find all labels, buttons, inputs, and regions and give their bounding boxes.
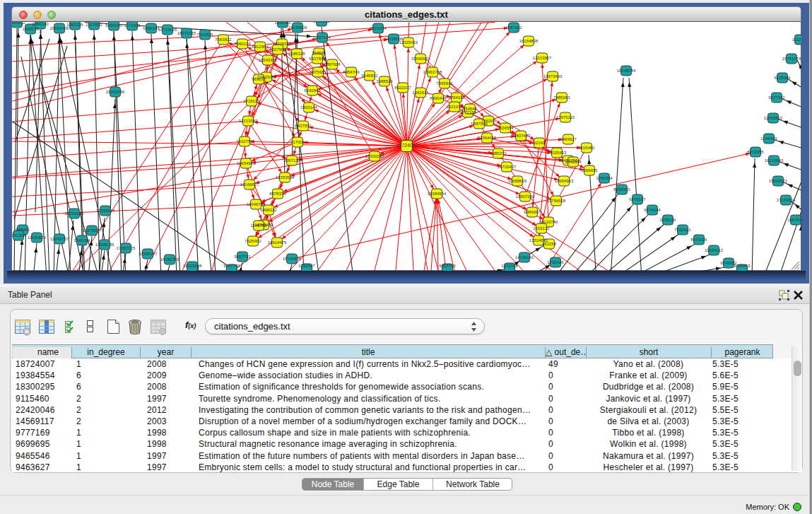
svg-text:9657791: 9657791 <box>234 255 251 259</box>
svg-text:1146799: 1146799 <box>251 223 268 228</box>
svg-text:12975115: 12975115 <box>556 115 575 119</box>
svg-text:1733426: 1733426 <box>547 260 564 264</box>
svg-text:16782759: 16782759 <box>160 257 180 262</box>
svg-text:8427552: 8427552 <box>295 124 312 128</box>
svg-text:10719155: 10719155 <box>158 28 177 32</box>
svg-text:8322037: 8322037 <box>394 86 411 90</box>
svg-text:20053346: 20053346 <box>106 90 125 94</box>
svg-text:3267130: 3267130 <box>283 158 300 163</box>
svg-text:10973493: 10973493 <box>543 74 563 78</box>
svg-text:62160: 62160 <box>534 141 546 145</box>
svg-text:8938923: 8938923 <box>613 187 630 192</box>
svg-text:16914479: 16914479 <box>268 240 287 245</box>
svg-text:14136141: 14136141 <box>515 255 534 259</box>
svg-text:1549564: 1549564 <box>565 160 582 164</box>
svg-text:10654112: 10654112 <box>705 248 724 252</box>
svg-text:15692971: 15692971 <box>769 179 788 183</box>
svg-text:9146821: 9146821 <box>361 74 378 78</box>
svg-text:16543382: 16543382 <box>259 58 278 62</box>
svg-text:9227342: 9227342 <box>768 95 785 100</box>
svg-text:20364436: 20364436 <box>478 136 497 140</box>
svg-text:12923468: 12923468 <box>183 264 202 268</box>
svg-text:19166827: 19166827 <box>240 182 259 187</box>
svg-text:19654963: 19654963 <box>237 161 256 165</box>
svg-text:9463627: 9463627 <box>560 137 577 141</box>
svg-text:9699695: 9699695 <box>581 168 598 173</box>
svg-text:7632621: 7632621 <box>674 228 691 232</box>
svg-text:8186328: 8186328 <box>288 52 305 56</box>
svg-text:17016504: 17016504 <box>777 198 796 202</box>
svg-text:8813054: 8813054 <box>370 26 387 30</box>
svg-text:17359924: 17359924 <box>96 209 115 213</box>
svg-text:12505135: 12505135 <box>95 243 114 247</box>
svg-text:1588520: 1588520 <box>376 79 393 83</box>
svg-text:16210643: 16210643 <box>765 158 784 163</box>
svg-text:917004: 917004 <box>290 140 305 144</box>
svg-text:12093822: 12093822 <box>764 116 783 120</box>
svg-text:1371648: 1371648 <box>501 264 518 268</box>
svg-text:1527602: 1527602 <box>86 23 102 27</box>
svg-text:17957225: 17957225 <box>117 246 136 250</box>
svg-text:9327503: 9327503 <box>269 47 286 52</box>
svg-text:1615132: 1615132 <box>533 226 550 230</box>
svg-text:19975887: 19975887 <box>83 228 102 233</box>
svg-text:1610755: 1610755 <box>236 139 253 144</box>
svg-text:18300295: 18300295 <box>365 154 384 158</box>
svg-text:7857224: 7857224 <box>314 35 331 40</box>
svg-text:16120746: 16120746 <box>539 220 558 224</box>
svg-text:1145194: 1145194 <box>74 238 91 243</box>
svg-text:15716485: 15716485 <box>283 257 302 261</box>
svg-text:9084067: 9084067 <box>524 210 541 214</box>
svg-text:7955812: 7955812 <box>436 81 453 86</box>
svg-text:1071915: 1071915 <box>124 23 141 28</box>
svg-text:252254: 252254 <box>542 242 557 246</box>
svg-text:8990448: 8990448 <box>430 96 447 100</box>
svg-text:8912954: 8912954 <box>252 45 269 49</box>
svg-text:2087682: 2087682 <box>505 25 522 30</box>
svg-text:16154808: 16154808 <box>519 39 539 43</box>
svg-text:835061: 835061 <box>16 228 30 232</box>
svg-text:8878334: 8878334 <box>269 192 286 196</box>
svg-text:15640910: 15640910 <box>411 57 430 61</box>
svg-text:1362615: 1362615 <box>412 90 429 95</box>
svg-text:8454749: 8454749 <box>343 70 360 74</box>
svg-text:9657792: 9657792 <box>223 264 240 268</box>
svg-text:2069140: 2069140 <box>32 22 49 26</box>
svg-text:16033809: 16033809 <box>288 25 307 30</box>
svg-text:10807487: 10807487 <box>512 134 531 138</box>
svg-text:15226058: 15226058 <box>273 42 292 46</box>
svg-text:6479197: 6479197 <box>629 197 646 201</box>
svg-text:20206536: 20206536 <box>65 211 84 216</box>
svg-text:2935114: 2935114 <box>660 218 677 222</box>
svg-text:9115460: 9115460 <box>579 146 596 150</box>
svg-text:2718129: 2718129 <box>243 99 260 103</box>
svg-text:9327508: 9327508 <box>309 57 326 61</box>
svg-text:9474444: 9474444 <box>644 208 661 212</box>
svg-text:1167534: 1167534 <box>788 218 801 222</box>
svg-text:10025433: 10025433 <box>548 151 567 155</box>
svg-text:1065326: 1065326 <box>66 23 83 27</box>
svg-text:8813055: 8813055 <box>313 22 330 23</box>
svg-text:1621072: 1621072 <box>446 105 463 109</box>
svg-text:12942737: 12942737 <box>50 237 69 241</box>
svg-text:1603381: 1603381 <box>274 22 291 25</box>
svg-text:2803144: 2803144 <box>300 105 317 110</box>
svg-text:1112345: 1112345 <box>792 37 801 42</box>
svg-text:9129966: 9129966 <box>774 76 791 80</box>
svg-text:7625402: 7625402 <box>245 239 261 243</box>
svg-text:15751074: 15751074 <box>782 57 801 61</box>
svg-text:12213967: 12213967 <box>533 56 552 60</box>
svg-text:989635: 989635 <box>252 77 266 81</box>
svg-text:1244419: 1244419 <box>760 136 777 141</box>
svg-text:6497568: 6497568 <box>471 122 488 126</box>
svg-text:1405572: 1405572 <box>12 22 25 25</box>
svg-text:2867608: 2867608 <box>324 62 341 66</box>
svg-text:18724007: 18724007 <box>396 143 418 148</box>
svg-text:19654923: 19654923 <box>555 179 574 183</box>
svg-text:154545: 154545 <box>463 107 478 111</box>
svg-text:1640954: 1640954 <box>596 176 613 180</box>
svg-text:16961758: 16961758 <box>423 70 442 74</box>
svg-text:10688609: 10688609 <box>508 179 527 183</box>
svg-text:15720407: 15720407 <box>498 165 517 169</box>
svg-text:12213383: 12213383 <box>239 119 258 123</box>
